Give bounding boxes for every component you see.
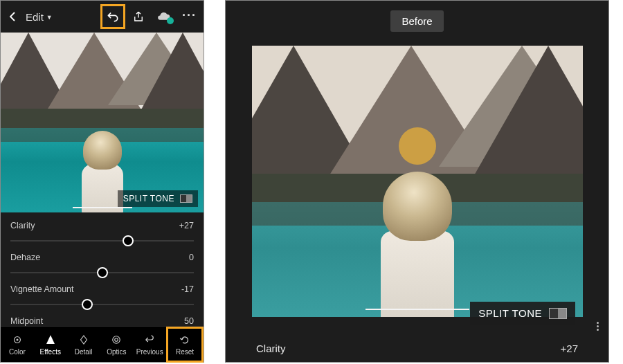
svg-marker-2	[80, 336, 87, 344]
svg-marker-1	[46, 335, 55, 344]
slider-value: +27	[179, 221, 194, 230]
svg-point-4	[115, 338, 118, 341]
slider-knob[interactable]	[82, 299, 93, 310]
tab-detail[interactable]: Detail	[67, 334, 100, 356]
split-tone-label: SPLIT TONE	[123, 194, 174, 203]
mode-selector[interactable]: Edit ▼	[26, 11, 53, 23]
split-tone-icon	[180, 194, 192, 203]
dehaze-slider-row: Dehaze 0	[10, 248, 194, 280]
touch-indicator	[399, 127, 436, 165]
slider-knob[interactable]	[97, 267, 108, 278]
photo-preview[interactable]: SPLIT TONE	[1, 33, 204, 212]
phone-edit-panel: Edit ▼ ···	[0, 0, 204, 363]
slider-value: -17	[181, 284, 194, 294]
sliders-panel: Clarity +27 Dehaze 0 Vignette Amount -17	[1, 212, 204, 326]
top-bar: Edit ▼ ···	[1, 1, 204, 33]
clarity-slider-row: Clarity +27	[10, 217, 194, 248]
slider-label: Clarity	[10, 221, 35, 230]
share-icon[interactable]	[132, 10, 145, 23]
split-tone-icon	[549, 308, 567, 319]
slider-value: 0	[189, 253, 194, 262]
clarity-row: Clarity +27	[226, 334, 608, 362]
slider-value: 50	[184, 316, 194, 326]
sync-ok-badge	[167, 17, 174, 24]
vignette-slider-row: Vignette Amount -17	[10, 280, 194, 312]
back-icon[interactable]	[8, 11, 19, 22]
caret-down-icon: ▼	[46, 14, 53, 21]
split-tone-chip[interactable]: SPLIT TONE	[470, 302, 575, 325]
tab-effects[interactable]: Effects	[34, 334, 67, 356]
before-pill: Before	[390, 10, 443, 32]
clarity-value: +27	[561, 343, 578, 354]
svg-point-0	[16, 338, 18, 340]
slider-label: Midpoint	[10, 316, 43, 326]
svg-point-3	[113, 336, 120, 343]
tab-color[interactable]: Color	[1, 334, 34, 356]
cloud-sync-icon[interactable]	[156, 11, 171, 22]
slider-label: Vignette Amount	[10, 284, 74, 294]
split-tone-label: SPLIT TONE	[478, 307, 542, 319]
before-photo[interactable]	[252, 46, 583, 317]
tab-optics[interactable]: Optics	[100, 334, 133, 356]
clarity-label: Clarity	[256, 343, 286, 354]
tab-reset[interactable]: Reset	[166, 327, 204, 363]
vignette-slider[interactable]	[10, 304, 194, 305]
slider-label: Dehaze	[10, 253, 40, 262]
midpoint-slider-row: Midpoint 50	[10, 312, 194, 319]
more-icon[interactable]: ···	[182, 8, 197, 23]
undo-highlight	[100, 4, 125, 29]
mode-label: Edit	[26, 11, 44, 23]
dehaze-slider[interactable]	[10, 272, 194, 273]
undo-icon[interactable]	[106, 10, 120, 24]
split-tone-chip[interactable]: SPLIT TONE	[118, 190, 198, 207]
clarity-slider[interactable]	[10, 240, 194, 242]
slider-knob[interactable]	[123, 235, 134, 246]
before-panel: Before SPLIT TONE Clarity +27	[225, 0, 609, 363]
bottom-toolstrip: Color Effects Detail Optics Previous Res…	[1, 326, 204, 362]
tab-previous[interactable]: Previous	[133, 334, 166, 356]
more-vert-icon[interactable]	[597, 322, 599, 331]
